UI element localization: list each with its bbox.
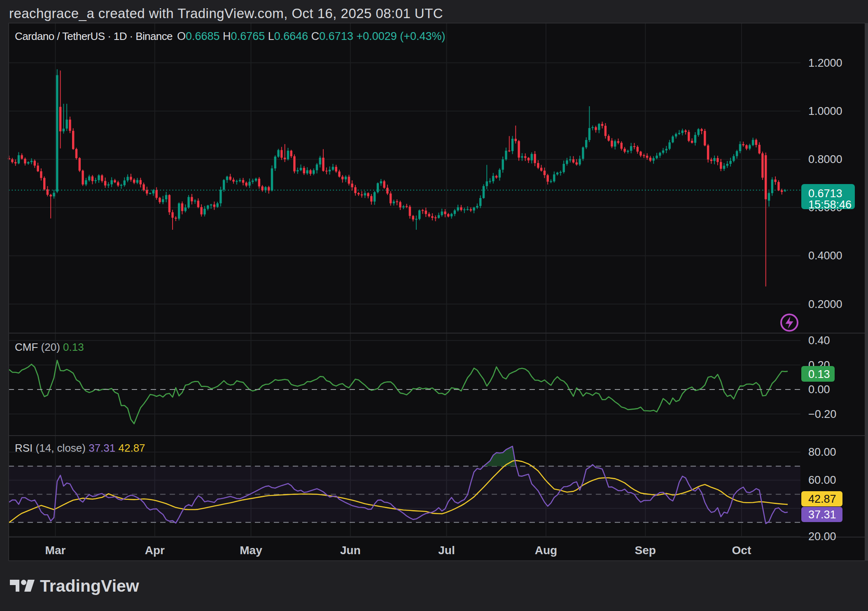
svg-text:May: May <box>240 544 262 557</box>
svg-text:TradingView: TradingView <box>40 576 139 595</box>
svg-text:Jun: Jun <box>340 544 361 557</box>
svg-text:15:58:46: 15:58:46 <box>808 198 852 211</box>
svg-text:1.0000: 1.0000 <box>808 105 842 117</box>
svg-text:0.13: 0.13 <box>808 368 830 380</box>
svg-text:60.00: 60.00 <box>808 474 836 486</box>
svg-text:Jul: Jul <box>438 544 455 557</box>
svg-text:Aug: Aug <box>535 544 557 557</box>
svg-text:Mar: Mar <box>45 544 66 557</box>
svg-text:Cardano / TetherUS · 1D · Bina: Cardano / TetherUS · 1D · Binance <box>15 30 173 42</box>
svg-text:CMF (20) 0.13: CMF (20) 0.13 <box>15 341 84 353</box>
svg-text:Sep: Sep <box>635 544 656 557</box>
svg-text:20.00: 20.00 <box>808 530 836 543</box>
svg-text:0.6713: 0.6713 <box>808 187 842 200</box>
svg-text:0.8000: 0.8000 <box>808 153 842 166</box>
svg-text:42.87: 42.87 <box>808 493 836 505</box>
svg-text:0.40: 0.40 <box>808 334 830 347</box>
svg-text:O0.6685 H0.6765 L0.6646 C0.: O0.6685 H0.6765 L0.6646 C0.6713 +0.0029 … <box>177 30 446 42</box>
svg-text:80.00: 80.00 <box>808 446 836 458</box>
svg-text:0.4000: 0.4000 <box>808 250 842 262</box>
svg-text:37.31: 37.31 <box>808 508 836 521</box>
svg-text:Oct: Oct <box>732 544 751 557</box>
svg-text:RSI (14, close) 37.31 42.87: RSI (14, close) 37.31 42.87 <box>15 442 145 454</box>
svg-text:0.00: 0.00 <box>808 383 830 396</box>
svg-text:1.2000: 1.2000 <box>808 57 842 69</box>
svg-text:0.2000: 0.2000 <box>808 298 842 310</box>
svg-text:−0.20: −0.20 <box>808 408 836 420</box>
svg-text:Apr: Apr <box>145 544 165 557</box>
svg-text:reachgrace_a created with Trad: reachgrace_a created with TradingView.co… <box>9 6 443 21</box>
